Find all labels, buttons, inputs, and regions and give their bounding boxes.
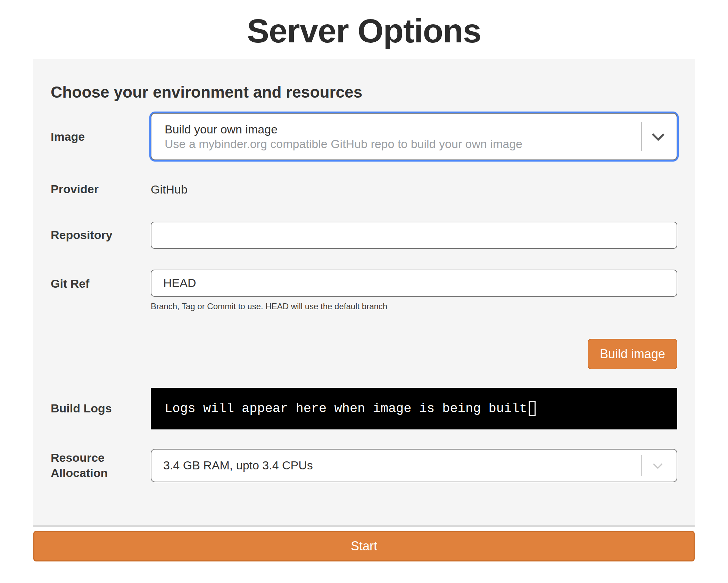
terminal-cursor — [529, 401, 536, 416]
chevron-down-icon — [653, 459, 663, 469]
repository-input[interactable] — [151, 222, 677, 249]
git-ref-input[interactable] — [151, 270, 677, 297]
resource-allocation-row: Resource Allocation 3.4 GB RAM, upto 3.4… — [51, 449, 677, 482]
page-title: Server Options — [0, 12, 728, 50]
git-ref-label: Git Ref — [51, 270, 151, 298]
repository-row: Repository — [51, 222, 677, 249]
image-select[interactable]: Build your own image Use a mybinder.org … — [151, 113, 677, 160]
build-image-row: Build image — [51, 339, 677, 369]
section-heading: Choose your environment and resources — [51, 83, 677, 101]
git-ref-row: Git Ref Branch, Tag or Commit to use. HE… — [51, 270, 677, 311]
select-divider — [641, 122, 642, 151]
image-field: Build your own image Use a mybinder.org … — [151, 113, 677, 160]
provider-label: Provider — [51, 182, 151, 197]
build-logs-message: Logs will appear here when image is bein… — [165, 401, 527, 416]
build-image-button[interactable]: Build image — [588, 339, 677, 369]
server-options-page: Server Options Choose your environment a… — [0, 12, 728, 583]
provider-row: Provider GitHub — [51, 182, 677, 197]
start-button[interactable]: Start — [33, 531, 695, 561]
image-label: Image — [51, 129, 151, 145]
build-logs-terminal: Logs will appear here when image is bein… — [151, 388, 677, 429]
image-selected-option: Build your own image — [165, 122, 677, 137]
resource-allocation-selected-option: 3.4 GB RAM, upto 3.4 CPUs — [163, 459, 313, 472]
select-divider — [641, 455, 642, 476]
image-row: Image Build your own image Use a mybinde… — [51, 113, 677, 160]
build-logs-row: Build Logs Logs will appear here when im… — [51, 388, 677, 429]
resource-allocation-select[interactable]: 3.4 GB RAM, upto 3.4 CPUs — [151, 449, 677, 482]
resource-allocation-label: Resource Allocation — [51, 450, 151, 481]
provider-value: GitHub — [151, 183, 188, 196]
image-option-description: Use a mybinder.org compatible GitHub rep… — [165, 137, 677, 151]
repository-label: Repository — [51, 228, 151, 243]
build-logs-label: Build Logs — [51, 401, 151, 416]
options-form-panel: Choose your environment and resources Im… — [33, 59, 695, 527]
git-ref-help-text: Branch, Tag or Commit to use. HEAD will … — [151, 302, 677, 311]
